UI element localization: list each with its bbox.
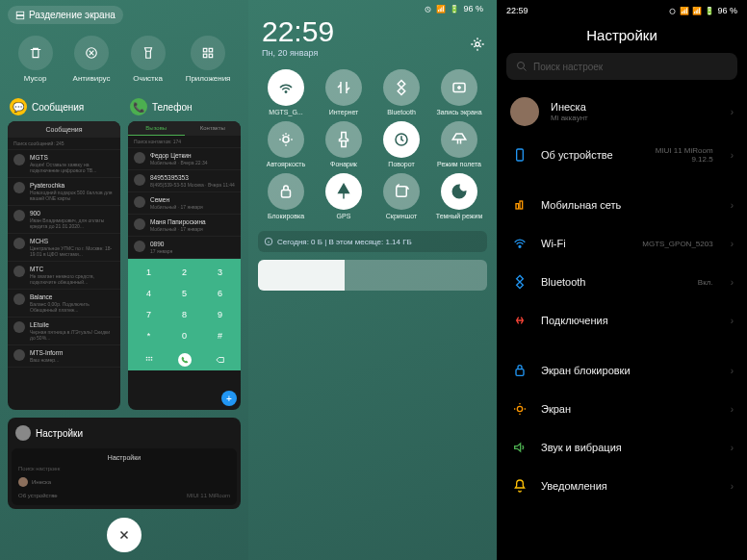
clock-date: Пн, 20 января [262,48,483,58]
message-row[interactable]: MTCНе хватает немного средств, подключит… [8,262,120,290]
settings-row[interactable]: Подключения› [497,301,747,340]
recent-card-phone[interactable]: 📞Телефон Вызовы Контакты Поиск контактов… [128,92,241,410]
dial-key[interactable]: 0 [167,326,201,345]
svg-rect-5 [203,54,207,58]
chevron-right-icon: › [731,277,734,288]
message-row[interactable]: MCHSЦентральное УГМС по г. Москве: 18-19… [8,234,120,262]
dial-key[interactable]: * [132,326,166,345]
row-icon [510,272,529,292]
dial-key[interactable]: 7 [132,305,166,324]
contact-row[interactable]: СеменМобильный · 17 января [128,192,241,215]
qs-tile[interactable]: GPS [316,173,372,219]
qs-tile[interactable]: Интернет [316,69,372,115]
message-row[interactable]: BalanceБаланс 0,00р. Подключить Обещанны… [8,290,120,318]
recent-card-messages[interactable]: 💬Сообщения Сообщения Поиск сообщений: 24… [8,92,120,410]
svg-rect-29 [516,369,524,376]
brightness-slider[interactable] [258,260,487,291]
tab-contacts[interactable]: Контакты [185,121,242,136]
contact-row[interactable]: Федор ЦеткинМобильный · Вчера 22:34 [128,148,241,170]
qs-icon [335,79,352,96]
tool-apps[interactable]: Приложения [186,36,231,83]
trash-icon [29,46,42,60]
settings-row[interactable]: Экран› [497,390,747,428]
contact-row[interactable]: Маня ПапироскинаМобильный · 17 января [128,215,241,237]
settings-row[interactable]: Уведомления› [497,467,747,505]
qs-tile[interactable]: MGTS_G... [258,69,314,115]
contact-row[interactable]: 849553953538(495)539-53-53 Москва · Вчер… [128,170,241,192]
call-button[interactable] [178,353,192,367]
qs-tile[interactable]: Режим полета [431,121,487,167]
battery-percent: 96 % [463,4,483,13]
dial-key[interactable]: 2 [167,263,201,282]
row-icon [510,438,529,457]
dial-key[interactable]: 6 [203,284,237,303]
dial-key[interactable]: 5 [167,284,201,303]
dial-key[interactable]: # [203,326,237,345]
qs-icon [277,79,295,96]
phone-device-icon [510,145,529,165]
qs-tile[interactable]: Автояркость [258,121,314,167]
qs-icon [451,131,468,148]
tool-cleanup[interactable]: Очистка [131,36,166,83]
svg-point-28 [519,245,521,247]
qs-icon [277,183,295,200]
tool-trash[interactable]: Мусор [18,36,53,83]
settings-row[interactable]: Экран блокировки› [497,351,747,390]
dial-key[interactable]: 9 [203,305,237,324]
tool-antivirus[interactable]: Антивирус [73,36,111,83]
contact-row[interactable]: 089017 января [128,237,241,259]
settings-gear[interactable] [470,37,485,52]
dialpad-icon[interactable] [144,355,154,365]
split-screen-button[interactable]: Разделение экрана [8,6,123,24]
about-device-row[interactable]: Об устройстве MIUI 11 MiRoom9.12.5 › [497,136,747,174]
settings-row[interactable]: Wi-FiMGTS_GPON_5203› [497,224,747,263]
qs-tile[interactable]: Фонарик [316,121,372,167]
clock-time: 22:59 [262,15,483,48]
row-icon [510,234,529,253]
chevron-right-icon: › [731,107,734,117]
phone-tabs: Вызовы Контакты [128,121,241,136]
account-row[interactable]: ИнескаMi аккаунт › [497,88,747,136]
svg-rect-1 [16,15,24,18]
qs-tile[interactable]: Темный режим [431,173,487,219]
dial-key[interactable]: 8 [167,305,201,324]
search-icon [516,61,528,72]
svg-point-24 [518,63,525,69]
qs-tile[interactable]: Скриншот [374,173,429,219]
chevron-right-icon: › [731,481,734,492]
settings-row[interactable]: BluetoothВкл.› [497,263,747,301]
tab-calls[interactable]: Вызовы [128,121,185,136]
data-usage[interactable]: Сегодня: 0 Б | В этом месяце: 1.14 ГБ [258,231,487,252]
svg-rect-0 [16,12,24,14]
add-contact-fab[interactable]: + [221,391,237,406]
qs-tile[interactable]: Запись экрана [431,69,487,115]
qs-icon [393,183,410,200]
message-row[interactable]: MTS-InformВаш номер... [8,345,120,368]
settings-row[interactable]: Звук и вибрация› [497,428,747,467]
recent-card-settings[interactable]: Настройки Настройки Поиск настроек Инеск… [8,418,241,509]
messages-header: Сообщения [8,121,120,138]
message-row[interactable]: LEtoileЧерная пятница в Л'Этуаль! Скидки… [8,318,120,345]
dialpad[interactable]: 123456789*0# [128,259,241,349]
message-row[interactable]: MGTSАкция! Оставьте заявку на подключени… [8,150,120,178]
qs-icon [451,183,468,200]
close-all-button[interactable] [107,518,142,552]
qs-tile[interactable]: Bluetooth [374,69,429,115]
qs-tile[interactable]: Поворот [374,121,429,167]
search-input[interactable]: Поиск настроек [506,53,737,80]
message-row[interactable]: PyaterochkaНовогодний подарок 500 баллов… [8,178,120,206]
backspace-icon[interactable] [216,355,225,365]
qs-icon [335,131,352,148]
recent-apps-screen: Разделение экрана Мусор Антивирус Очистк… [0,0,248,560]
qs-icon [277,131,295,148]
svg-point-7 [145,357,147,359]
chevron-right-icon: › [731,316,734,326]
message-row[interactable]: 900Иван Владимирович, для оплаты кредита… [8,206,120,234]
row-icon [510,476,529,496]
battery-percent: 96 % [717,6,737,15]
settings-row[interactable]: Мобильная сеть› [497,186,747,224]
dial-key[interactable]: 4 [132,284,166,303]
dial-key[interactable]: 1 [132,263,166,282]
qs-tile[interactable]: Блокировка [258,173,314,219]
dial-key[interactable]: 3 [203,263,237,282]
